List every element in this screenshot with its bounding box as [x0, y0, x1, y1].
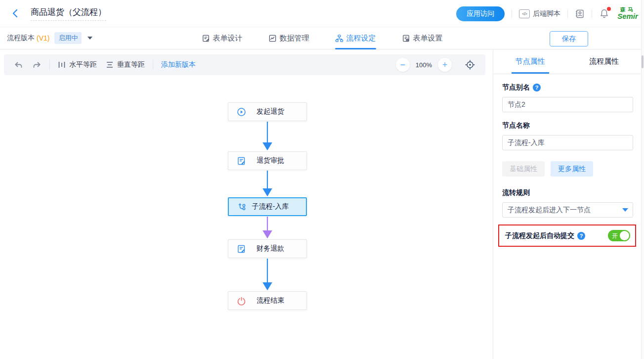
auto-submit-label-row: 子流程发起后自动提交 ?: [505, 231, 585, 240]
node-name-label: 节点名称: [502, 121, 530, 130]
divider: [567, 9, 568, 18]
code-icon: </>: [519, 9, 530, 18]
subheader: 流程版本 (V1) 启用中 表单设计 数据管理: [0, 27, 644, 49]
version-area: 流程版本 (V1) 启用中: [7, 32, 92, 44]
page-title-wrap[interactable]: 商品退货（父流程）: [31, 6, 106, 21]
panel-tabs: 节点属性 流程属性: [493, 49, 641, 74]
version-label: 流程版本: [7, 34, 35, 43]
tab-flow-properties[interactable]: 流程属性: [567, 49, 642, 74]
locate-center-icon[interactable]: [465, 59, 475, 70]
scrollbar-track[interactable]: [641, 0, 644, 359]
flow-node-refund[interactable]: 财务退款: [228, 239, 307, 258]
end-power-icon: [237, 296, 246, 306]
horizontal-spacing-label: 水平等距: [69, 60, 97, 69]
brand-logo-en: Semir: [616, 12, 639, 20]
node-alias-input[interactable]: [502, 97, 633, 112]
notification-badge: [607, 7, 611, 11]
tab-form-settings[interactable]: 表单设置: [402, 27, 443, 49]
app-access-button[interactable]: 应用访问: [456, 6, 505, 21]
tab-label: 流程设定: [346, 34, 376, 43]
horizontal-spacing-button[interactable]: 水平等距: [58, 60, 97, 69]
flow-rule-label: 流转规则: [502, 188, 530, 197]
basic-properties-button[interactable]: 基础属性: [502, 161, 545, 177]
main-tabs: 表单设计 数据管理 流程设定 表单设置: [0, 27, 644, 49]
flow-settings-icon: [335, 34, 343, 43]
node-alias-help-icon[interactable]: ?: [533, 84, 541, 91]
save-button[interactable]: 保存: [550, 31, 588, 46]
node-alias-label-row: 节点别名 ?: [502, 83, 633, 92]
tab-node-properties[interactable]: 节点属性: [493, 49, 567, 74]
tab-label: 数据管理: [280, 34, 309, 43]
approval-form-icon: [237, 156, 246, 166]
divider: [49, 60, 50, 70]
flow-rule-caret: [618, 203, 633, 217]
subprocess-icon: [237, 202, 247, 212]
auto-submit-row-annotation: 子流程发起后自动提交 ? 开: [498, 224, 636, 247]
add-version-link[interactable]: 添加新版本: [161, 60, 196, 69]
scrollbar-thumb[interactable]: [642, 55, 644, 68]
vertical-spacing-icon: [106, 61, 114, 69]
horizontal-spacing-icon: [58, 61, 66, 69]
node-name-input[interactable]: [502, 135, 633, 150]
property-mode-buttons: 基础属性 更多属性: [502, 161, 633, 177]
flow-node-start[interactable]: 发起退货: [228, 102, 307, 121]
flow-rule-selected-value: 子流程发起后进入下一节点: [503, 206, 618, 215]
node-label: 流程结束: [246, 296, 295, 305]
node-label: 子流程-入库: [247, 202, 294, 211]
more-properties-button[interactable]: 更多属性: [551, 161, 593, 177]
tab-flow-settings[interactable]: 流程设定: [335, 27, 376, 49]
node-name-label-row: 节点名称: [502, 121, 633, 130]
brand-logo: 森马 Semir: [616, 7, 639, 20]
node-alias-label: 节点别名: [502, 83, 530, 92]
back-icon[interactable]: [11, 9, 20, 18]
backend-script-button[interactable]: </> 后端脚本: [519, 9, 560, 18]
status-badge: 启用中: [54, 32, 82, 44]
undo-icon[interactable]: [14, 60, 23, 70]
divider: [512, 9, 512, 18]
node-label: 退货审批: [246, 156, 295, 165]
start-icon: [237, 107, 246, 117]
flow-node-subprocess[interactable]: 子流程-入库: [228, 197, 307, 216]
page: 商品退货（父流程） 应用访问 </> 后端脚本: [0, 0, 644, 359]
header-actions: 应用访问 </> 后端脚本: [456, 0, 639, 27]
auto-submit-toggle[interactable]: 开: [608, 230, 630, 241]
divider: [153, 60, 153, 70]
toggle-on-text: 开: [612, 231, 618, 240]
node-label: 发起退货: [246, 107, 295, 116]
flow-node-end[interactable]: 流程结束: [228, 291, 307, 310]
header: 商品退货（父流程） 应用访问 </> 后端脚本: [0, 0, 644, 27]
form-settings-icon: [402, 34, 410, 43]
page-title: 商品退货（父流程）: [31, 7, 106, 17]
tab-label: 表单设计: [213, 34, 243, 43]
redo-icon[interactable]: [32, 60, 42, 70]
flow-rule-select[interactable]: 子流程发起后进入下一节点: [502, 202, 633, 218]
auto-submit-label: 子流程发起后自动提交: [505, 231, 574, 240]
flow-canvas[interactable]: 水平等距 垂直等距 添加新版本 − 100% +: [0, 49, 493, 359]
tab-form-design[interactable]: 表单设计: [202, 27, 243, 49]
vertical-spacing-label: 垂直等距: [117, 60, 145, 69]
zoom-level: 100%: [416, 61, 432, 69]
refund-form-icon: [237, 244, 246, 254]
flow-rule-label-row: 流转规则: [502, 188, 633, 197]
vertical-spacing-button[interactable]: 垂直等距: [106, 60, 145, 69]
auto-submit-help-icon[interactable]: ?: [577, 232, 585, 240]
zoom-in-button[interactable]: +: [438, 58, 452, 72]
toggle-knob: [620, 231, 629, 240]
backend-script-label: 后端脚本: [533, 9, 560, 18]
canvas-toolbar: 水平等距 垂直等距 添加新版本 − 100% +: [4, 54, 485, 75]
flow-node-approval[interactable]: 退货审批: [228, 151, 307, 170]
form-design-icon: [202, 34, 210, 43]
chevron-down-icon: [622, 208, 628, 212]
node-label: 财务退款: [246, 244, 295, 253]
tab-data-management[interactable]: 数据管理: [268, 27, 309, 49]
zoom-out-button[interactable]: −: [396, 58, 410, 72]
version-number: (V1): [37, 34, 49, 42]
data-management-icon: [268, 34, 277, 43]
tab-label: 表单设置: [413, 34, 443, 43]
divider: [592, 9, 592, 18]
notifications-button[interactable]: [599, 8, 609, 19]
contacts-icon[interactable]: [575, 9, 585, 19]
version-dropdown-caret-icon[interactable]: [87, 37, 92, 40]
properties-panel: 节点属性 流程属性 节点别名 ? 节点名称 基础属性 更多属性 流转规则 子流程…: [493, 49, 641, 359]
